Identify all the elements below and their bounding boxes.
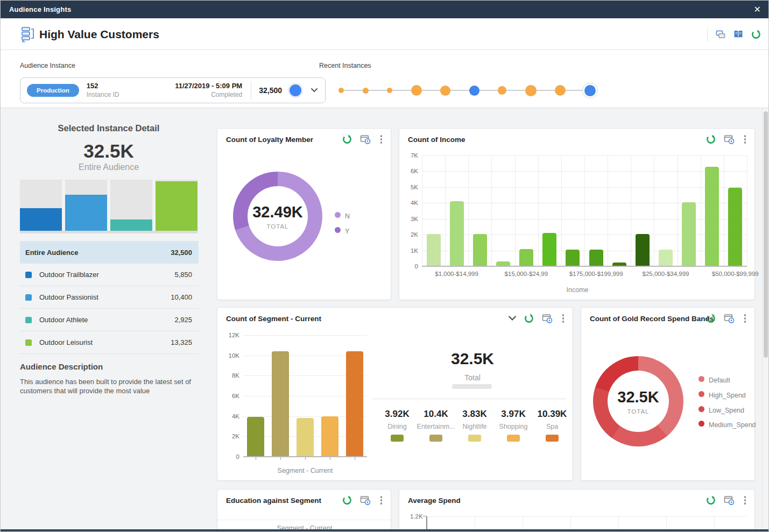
kebab-menu-icon[interactable]: [560, 313, 567, 324]
refresh-icon[interactable]: [750, 29, 762, 40]
instance-id-block: 152 Instance ID: [87, 82, 119, 98]
bar[interactable]: [659, 250, 673, 266]
instance-id-label: Instance ID: [87, 91, 119, 99]
gridline: [584, 155, 585, 266]
chevron-down-icon[interactable]: [311, 88, 318, 93]
segment-total-value: 32.5K: [381, 350, 564, 368]
legend-item[interactable]: N: [335, 211, 392, 222]
bar[interactable]: [705, 167, 719, 266]
bar[interactable]: [321, 416, 338, 457]
y-axis-tick: 6K: [411, 168, 422, 174]
instance-dot[interactable]: [498, 86, 506, 95]
instance-dot[interactable]: [440, 86, 450, 96]
gridline: [422, 155, 422, 266]
income-x-axis-labels: $1,000-$14,999$15,000-$24,99$175,000-$19…: [422, 271, 747, 279]
legend-dot: [699, 406, 704, 412]
legend-item[interactable]: Default: [699, 375, 756, 386]
y-axis-tick: 8K: [232, 372, 243, 379]
export-run-icon[interactable]: [360, 495, 371, 506]
bar[interactable]: [247, 417, 264, 457]
gold-donut-chart[interactable]: 32.5K TOTAL: [593, 356, 683, 446]
refresh-icon[interactable]: [705, 134, 716, 145]
axis-tick-mark: [330, 457, 330, 460]
refresh-icon[interactable]: [524, 313, 534, 324]
page-scrollbar-thumb[interactable]: [764, 111, 768, 358]
audience-insights-window: Audience Insights ✕ High Value Customers: [0, 0, 769, 532]
legend-item[interactable]: Y: [335, 226, 392, 237]
bar[interactable]: [272, 351, 289, 457]
refresh-icon[interactable]: [342, 134, 352, 145]
copy-icon[interactable]: [715, 29, 726, 40]
legend-label: Low_Spend: [709, 406, 756, 416]
segment-color-swatch: [25, 294, 32, 301]
card-count-of-loyalty-member: Count of Loyalty Member 32.49K TOTAL NY: [217, 128, 391, 300]
list-item-label: Outdoor Leisurist: [39, 338, 171, 346]
page-scrollbar-track[interactable]: [762, 108, 768, 532]
instance-dot[interactable]: [411, 85, 422, 96]
export-run-icon[interactable]: [360, 134, 371, 145]
kebab-menu-icon[interactable]: [378, 495, 385, 506]
instance-dot[interactable]: [525, 85, 537, 96]
instance-dot[interactable]: [555, 85, 566, 96]
kebab-menu-icon[interactable]: [742, 313, 749, 324]
segment-bar-chart[interactable]: 12K10K8K6K4K2K0: [243, 335, 367, 457]
bar[interactable]: [728, 188, 742, 266]
card-title: Education against Segment: [226, 496, 321, 505]
card-count-of-gold-record-spend-bands: Count of Gold Record Spend Bands 32.5K T…: [581, 307, 755, 481]
refresh-icon[interactable]: [705, 313, 716, 324]
legend-label: Y: [345, 226, 392, 237]
legend-item[interactable]: Medium_Spend: [699, 420, 756, 430]
bar[interactable]: [566, 250, 580, 266]
instance-dot[interactable]: [363, 88, 369, 94]
segment-mini-chart: [20, 180, 197, 231]
book-icon[interactable]: [732, 29, 744, 40]
card-title: Count of Income: [408, 136, 465, 144]
bar[interactable]: [542, 233, 556, 266]
list-item-value: 5,850: [174, 271, 192, 279]
close-icon[interactable]: ✕: [754, 5, 761, 14]
y-axis-tick: 4K: [232, 413, 243, 420]
gridline: [243, 335, 367, 336]
export-run-icon[interactable]: [724, 134, 735, 145]
legend-item[interactable]: High_Spend: [699, 391, 756, 401]
instance-dot[interactable]: [387, 88, 392, 93]
bar[interactable]: [519, 249, 533, 266]
export-run-icon[interactable]: [724, 495, 735, 506]
list-item[interactable]: Outdoor Trailblazer5,850: [20, 264, 199, 286]
list-item[interactable]: Outdoor Leisurist13,325: [20, 331, 199, 354]
list-item[interactable]: Entire Audience32,500: [20, 241, 199, 264]
bar[interactable]: [346, 351, 363, 457]
instance-dot[interactable]: [469, 86, 479, 96]
kebab-menu-icon[interactable]: [742, 495, 749, 506]
export-run-icon[interactable]: [542, 313, 553, 324]
instance-datetime: 11/27/2019 - 5:09 PM: [175, 82, 242, 90]
list-item[interactable]: Outdoor Passionist10,400: [20, 286, 199, 309]
list-item-value: 32,500: [171, 249, 192, 257]
refresh-icon[interactable]: [705, 495, 716, 506]
bar[interactable]: [636, 234, 650, 266]
loyalty-donut-chart[interactable]: 32.49K TOTAL: [233, 172, 322, 261]
gold-legend: DefaultHigh_SpendLow_SpendMedium_Spend: [699, 375, 756, 430]
bar[interactable]: [450, 201, 464, 266]
kebab-menu-icon[interactable]: [742, 134, 749, 145]
bar[interactable]: [427, 234, 441, 266]
kebab-menu-icon[interactable]: [378, 134, 385, 145]
bar[interactable]: [473, 234, 487, 266]
refresh-icon[interactable]: [342, 495, 352, 506]
chevron-down-icon[interactable]: [509, 313, 516, 324]
gridline: [515, 155, 516, 266]
audience-instance-selector[interactable]: Production 152 Instance ID 11/27/2019 - …: [20, 77, 326, 103]
list-item[interactable]: Outdoor Athlete2,925: [20, 309, 199, 331]
legend-item[interactable]: Low_Spend: [699, 406, 756, 416]
bar[interactable]: [682, 202, 696, 266]
income-bar-chart[interactable]: 7K6K5K4K3K2K1K0: [422, 155, 747, 266]
export-run-icon[interactable]: [724, 313, 735, 324]
instance-dot[interactable]: [338, 88, 344, 93]
stat-item[interactable]: 10.39KSpa: [530, 409, 575, 442]
mini-column: [110, 180, 152, 231]
instance-dot-selected[interactable]: [584, 85, 596, 96]
bar[interactable]: [297, 418, 314, 457]
card-education-against-segment: Education against Segment Segment - Curr…: [217, 489, 391, 532]
card-count-of-income: Count of Income 7K6K5K4K3K2K1K0 $1,000-$…: [399, 128, 755, 300]
bar[interactable]: [589, 250, 603, 266]
